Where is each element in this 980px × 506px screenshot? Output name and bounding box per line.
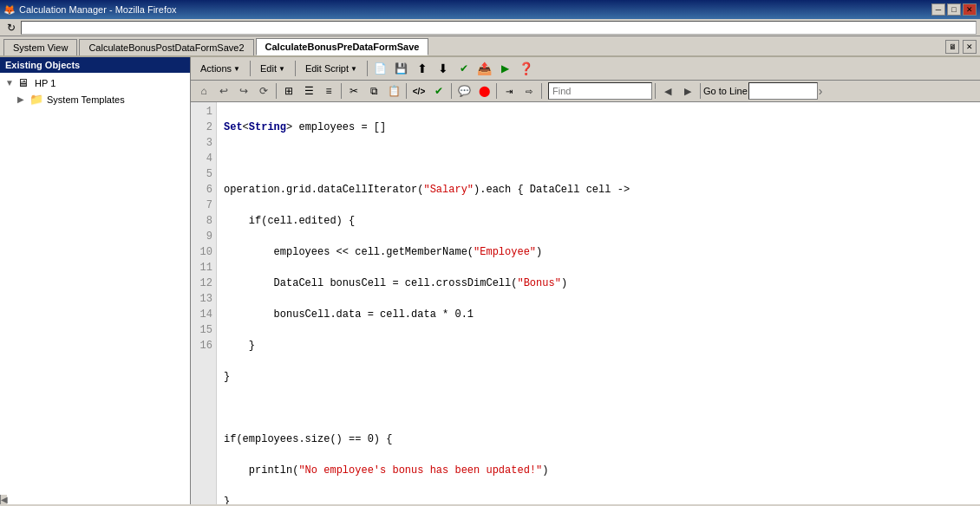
window-icon: 🦊: [3, 4, 16, 16]
paste-button[interactable]: 📋: [384, 81, 403, 101]
edit-script-button[interactable]: Edit Script ▼: [299, 59, 363, 78]
code-line-1: Set<String> employees = []: [224, 120, 973, 135]
code-line-2: [224, 151, 973, 166]
code-line-7: bonusCell.data = cell.data * 0.1: [224, 307, 973, 322]
tab-close-icon[interactable]: ✕: [963, 40, 977, 54]
toolbar2-separator-4: [451, 83, 452, 99]
step-into-button[interactable]: ⇨: [519, 81, 539, 101]
toolbar-separator-1: [250, 61, 251, 76]
accept-button[interactable]: ✔: [429, 81, 448, 101]
toolbar2-separator-6: [541, 83, 542, 99]
maximize-button[interactable]: □: [947, 3, 961, 16]
edit-script-arrow-icon: ▼: [350, 65, 357, 73]
comment-button[interactable]: 💬: [454, 81, 474, 101]
download-button[interactable]: ⬇: [434, 59, 453, 78]
close-button[interactable]: ✕: [963, 3, 977, 16]
content-area: Actions ▼ Edit ▼ Edit Script ▼ 📄 💾 ⬆ ⬇ ✔…: [191, 57, 980, 504]
toolbar1: Actions ▼ Edit ▼ Edit Script ▼ 📄 💾 ⬆ ⬇ ✔…: [191, 57, 980, 81]
code-line-12: println("No employee's bonus has been up…: [224, 463, 973, 478]
toolbar2: ⌂ ↩ ↪ ⟳ ⊞ ☰ ≡ ✂ ⧉ 📋 </> ✔ 💬 ⬤ ⇥ ⇨: [191, 81, 980, 102]
tree-item-hp1[interactable]: ▼ 🖥 HP 1: [2, 75, 188, 91]
edit-button[interactable]: Edit ▼: [254, 59, 291, 78]
back-button[interactable]: ↩: [214, 81, 233, 101]
toolbar-separator-2: [295, 61, 296, 76]
title-bar: 🦊 Calculation Manager - Mozilla Firefox …: [0, 0, 980, 19]
system-templates-icon: 📁: [29, 93, 45, 106]
goto-right-icon[interactable]: ›: [819, 84, 823, 98]
minimize-button[interactable]: ─: [931, 3, 945, 16]
tab-system-view[interactable]: System View: [3, 39, 77, 55]
code-tag-button[interactable]: </>: [409, 81, 428, 101]
tree-view: ▼ 🖥 HP 1 ▶ 📁 System Templates: [0, 73, 190, 495]
refresh-icon[interactable]: ↻: [3, 20, 19, 36]
tab-bar: System View CalculateBonusPostDataFormSa…: [0, 36, 980, 57]
code-line-10: [224, 400, 973, 416]
code-line-11: if(employees.size() == 0) {: [224, 431, 973, 447]
new-file-button[interactable]: 📄: [371, 59, 390, 78]
restart-button[interactable]: ⟳: [254, 81, 273, 101]
code-line-5: employees << cell.getMemberName("Employe…: [224, 244, 973, 260]
find-area: [548, 82, 652, 100]
code-line-3: operation.grid.dataCellIterator("Salary"…: [224, 182, 973, 198]
hp1-icon: 🖥: [17, 76, 33, 89]
run-check-button[interactable]: ✔: [454, 59, 474, 78]
copy-button[interactable]: ⧉: [364, 81, 383, 101]
toolbar2-separator-7: [655, 83, 656, 99]
toolbar-separator-3: [367, 61, 368, 76]
grid-view-button[interactable]: ⊞: [279, 81, 298, 101]
upload-button[interactable]: ⬆: [413, 59, 432, 78]
tab-calculate-bonus-pre[interactable]: CalculateBonusPreDataFormSave: [256, 38, 429, 55]
actions-arrow-icon: ▼: [233, 65, 240, 73]
monitor-icon[interactable]: 🖥: [945, 40, 959, 54]
collapse-handle[interactable]: ◀: [0, 495, 7, 504]
tab-calculate-bonus-post[interactable]: CalculateBonusPostDataFormSave2: [79, 39, 253, 55]
expand-icon-system-templates: ▶: [17, 94, 29, 104]
edit-arrow-icon: ▼: [278, 65, 285, 73]
code-editor[interactable]: 1 2 3 4 5 6 7 8 9 10 11 12 13 14 15 16 S…: [191, 102, 980, 504]
find-input[interactable]: [548, 82, 652, 100]
line-numbers: 1 2 3 4 5 6 7 8 9 10 11 12 13 14 15 16: [191, 102, 217, 504]
toolbar2-separator-3: [406, 83, 407, 99]
play-button[interactable]: ▶: [496, 59, 515, 78]
next-result-icon[interactable]: ▶: [678, 81, 697, 101]
home-button[interactable]: ⌂: [194, 81, 213, 101]
code-line-9: }: [224, 369, 973, 385]
actions-button[interactable]: Actions ▼: [194, 59, 246, 78]
list-button[interactable]: ≡: [319, 81, 338, 101]
cut-button[interactable]: ✂: [344, 81, 363, 101]
address-bar[interactable]: [21, 21, 977, 35]
help-button[interactable]: ❓: [517, 59, 536, 78]
save-button[interactable]: 💾: [392, 59, 411, 78]
step-button[interactable]: ⇥: [500, 81, 519, 101]
table-button[interactable]: ☰: [299, 81, 318, 101]
toolbar2-separator-8: [700, 83, 701, 99]
code-content[interactable]: Set<String> employees = [] operation.gri…: [217, 102, 980, 504]
export-button[interactable]: 📤: [475, 59, 494, 78]
tree-item-system-templates[interactable]: ▶ 📁 System Templates: [14, 91, 188, 107]
window-title: Calculation Manager - Mozilla Firefox: [19, 4, 177, 15]
menu-bar: ↻: [0, 19, 980, 36]
main-layout: Existing Objects ▼ 🖥 HP 1 ▶ 📁 System Tem…: [0, 57, 980, 504]
code-line-13: }: [224, 494, 973, 504]
code-line-4: if(cell.edited) {: [224, 213, 973, 229]
breakpoint-button[interactable]: ⬤: [474, 81, 493, 101]
left-panel: Existing Objects ▼ 🖥 HP 1 ▶ 📁 System Tem…: [0, 57, 191, 504]
existing-objects-header: Existing Objects: [0, 57, 190, 73]
prev-result-icon[interactable]: ◀: [658, 81, 677, 101]
toolbar2-separator-1: [276, 83, 277, 99]
toolbar2-separator-2: [341, 83, 342, 99]
goto-label: Go to Line: [703, 86, 748, 96]
code-line-6: DataCell bonusCell = cell.crossDimCell("…: [224, 276, 973, 291]
toolbar2-separator-5: [496, 83, 497, 99]
expand-icon-hp1: ▼: [5, 78, 17, 88]
code-line-8: }: [224, 338, 973, 354]
forward-button[interactable]: ↪: [234, 81, 253, 101]
goto-line-input[interactable]: [748, 82, 818, 100]
